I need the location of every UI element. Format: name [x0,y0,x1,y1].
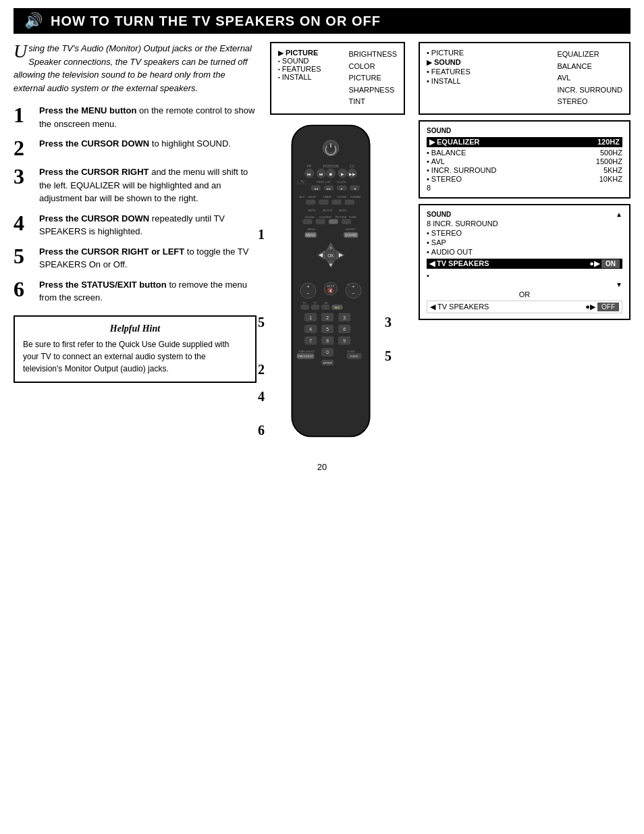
s2-incr: INCR. SURROUND [557,84,622,97]
step-4: 4 Press the CURSOR DOWN repeatedly until… [14,212,257,238]
s3-1500: 1500HZ [596,157,622,165]
step-label-3: 3 [385,315,392,330]
tv-speakers-off: ◀TV SPEAKERS [430,303,489,311]
s3-10k: 10KHZ [599,175,622,183]
tv-speakers-on-bar: ◀TV SPEAKERS ●▶ON [427,259,622,269]
s2-sound: SOUND [434,58,461,66]
step-2: 2 Press the CURSOR DOWN to highlight SOU… [14,137,257,159]
svg-text:HD: HD [324,302,328,305]
svg-text:STATUS/EXIT: STATUS/EXIT [298,355,315,358]
svg-text:SURR.: SURR. [349,216,357,219]
svg-text:SLEEP: SLEEP [308,196,317,199]
intro-paragraph: Using the TV's Audio (Monitor) Output ja… [14,42,257,95]
step-list: 1 Press the MENU button on the remote co… [14,104,257,305]
svg-rect-79 [301,305,309,309]
svg-text:AUTO: AUTO [339,209,346,212]
svg-rect-46 [316,219,325,224]
svg-text:7: 7 [309,338,312,343]
svg-text:⏭: ⏭ [319,172,323,176]
svg-text:1: 1 [309,315,312,320]
s3-balance: BALANCE [431,149,466,157]
s4-audio-out: AUDIO OUT [431,248,473,256]
s3-stereo: STEREO [431,175,462,183]
page-number: 20 [0,462,644,472]
remote-svg: PP POSITION CC ⏮ ⏭ ⏹ ▶ ▶▶ ← TV PROG. LIS… [270,119,392,443]
svg-rect-37 [345,200,354,205]
svg-text:+: + [306,284,310,290]
svg-text:🔇: 🔇 [327,287,334,294]
svg-rect-80 [311,305,319,309]
svg-text:← TV: ← TV [296,180,305,184]
menu1-sharpness: SHARPNESS [348,84,397,97]
step-label-1: 1 [258,227,265,242]
svg-text:0: 0 [326,350,329,355]
svg-text:FC: FC [303,302,306,305]
svg-rect-48 [342,219,350,224]
svg-text:SOUND: SOUND [345,234,357,237]
svg-text:CONTROL: CONTROL [319,216,332,219]
screen4-arrow-up: ▲ [616,211,622,218]
svg-rect-47 [329,219,338,224]
s2-features: FEATURES [431,68,471,76]
s3-500: 500HZ [600,149,622,157]
s4-sap: SAP [431,238,446,246]
svg-text:OK: OK [327,253,334,258]
svg-text:← ACC: ← ACC [296,196,305,199]
svg-text:PP: PP [307,165,311,168]
svg-text:SOUND: SOUND [338,196,347,199]
menu1-install: INSTALL [282,73,312,81]
hint-text: Be sure to first refer to the Quick Use … [23,338,247,375]
menu1-brightness: BRIGHTNESS [348,49,397,61]
screen-4: SOUND ▲ 8 INCR. SURROUND • STEREO • SAP … [419,204,630,320]
menu1-picture: PICTURE [286,49,318,57]
svg-text:FORMAT: FORMAT [350,196,362,199]
svg-text:▼: ▼ [328,262,333,268]
step-text-1: Press the MENU button on the remote cont… [39,104,257,130]
svg-text:PICTURE: PICTURE [336,216,347,219]
s3-5k: 5KHZ [603,166,622,174]
svg-text:▶▶: ▶▶ [327,188,331,190]
svg-text:REC: REC [335,307,340,309]
right-column: • PICTURE ▶ SOUND • FEATURES • INSTALL [419,42,630,443]
svg-text:MUTE: MUTE [308,209,315,212]
screen4-label: SOUND [427,211,451,218]
screen-2: • PICTURE ▶ SOUND • FEATURES • INSTALL [419,42,630,115]
step-text-6: Press the STATUS/EXIT button to remove t… [39,278,257,305]
hint-box: Helpful Hint Be sure to first refer to t… [14,315,257,383]
s3-avl: AVL [431,157,445,165]
drop-cap: U [14,42,27,61]
s2-balance: BALANCE [557,61,622,73]
step-number-1: 1 [14,104,34,126]
svg-text:▶: ▶ [341,172,344,176]
svg-text:▶▶: ▶▶ [349,172,356,176]
left-column: Using the TV's Audio (Monitor) Output ja… [14,42,257,443]
s2-eq: EQUALIZER [557,49,622,61]
svg-text:⏺: ⏺ [340,188,343,190]
step-3: 3 Press the CURSOR RIGHT and the menu wi… [14,165,257,205]
svg-text:▶: ▶ [339,252,344,258]
step-text-2: Press the CURSOR DOWN to highlight SOUND… [39,137,257,151]
svg-text:MENU: MENU [306,234,316,237]
step-label-4: 4 [258,389,265,405]
step-number-3: 3 [14,165,34,187]
s4-arrow-down: ▼ [616,281,622,288]
screen-3: SOUND ▶EQUALIZER 120HZ •BALANCE 500HZ •A… [419,120,630,199]
step-1: 1 Press the MENU button on the remote co… [14,104,257,130]
svg-text:MUTE: MUTE [327,285,335,288]
speaker-icon: 🔊 [24,12,43,30]
menu1-features: FEATURES [282,65,321,73]
menu1-tint: TINT [348,96,397,108]
s3-incr: INCR. SURROUND [431,166,497,174]
hint-title: Helpful Hint [23,323,247,334]
svg-text:6: 6 [343,327,346,332]
svg-text:5: 5 [326,327,329,332]
step-label-5b: 5 [385,348,392,364]
s2-stereo: STEREO [557,96,622,108]
svg-text:+: + [352,284,355,290]
s3-eq-bar: ▶EQUALIZER 120HZ [427,137,622,147]
svg-text:CLOCK: CLOCK [338,181,347,184]
menu1-sound: SOUND [282,57,309,65]
step-number-2: 2 [14,137,34,159]
svg-text:GUIDE: GUIDE [350,355,358,358]
svg-text:⏹: ⏹ [329,172,333,176]
